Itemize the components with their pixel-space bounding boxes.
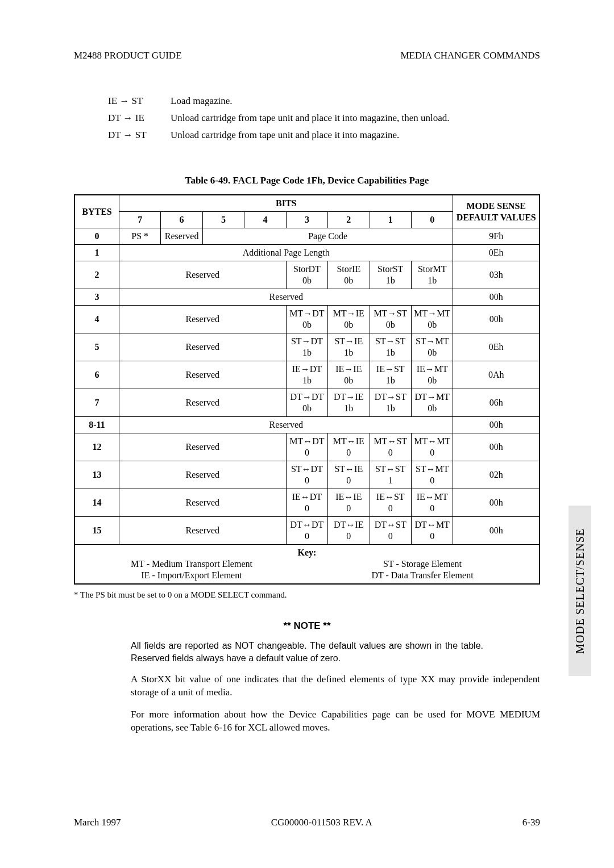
table-row: 7 Reserved DT→DT0b DT→IE1b DT→ST1b DT→MT… — [74, 389, 540, 417]
cell-reserved: Reserved — [119, 261, 286, 289]
byte-index: 5 — [74, 333, 119, 361]
byte-index: 14 — [74, 489, 119, 517]
table-row-key: Key: MT - Medium Transport Element IE - … — [74, 545, 540, 585]
cell: IE→IE0b — [328, 361, 370, 389]
cell: IE→ST1b — [370, 361, 411, 389]
key-st: ST - Storage Element — [307, 558, 538, 570]
table-row: 15 Reserved DT↔DT0 DT↔IE0 DT↔ST0 DT↔MT0 … — [74, 517, 540, 545]
cell: ST→ST1b — [370, 333, 411, 361]
cell: IE↔MT0 — [411, 489, 453, 517]
cell: MT→IE0b — [328, 306, 370, 333]
note-body: All fields are reported as NOT changeabl… — [131, 640, 483, 664]
note-heading: ** NOTE ** — [74, 620, 540, 632]
cell-default: 00h — [453, 517, 540, 545]
cell: DT→ST1b — [370, 389, 411, 417]
cell-reserved: Reserved — [119, 361, 286, 389]
bit-col-3: 3 — [286, 212, 327, 228]
key-label: Key: — [298, 548, 317, 557]
cell-reserved: Reserved — [119, 517, 286, 545]
cell: MT→MT0b — [411, 306, 453, 333]
cell: StorMT1b — [411, 261, 453, 289]
def-row: DT → ST Unload cartridge from tape unit … — [108, 130, 540, 141]
cell: MT→ST0b — [370, 306, 411, 333]
byte-index: 8-11 — [74, 417, 119, 433]
cell: DT↔DT0 — [286, 517, 327, 545]
cell-ps: PS * — [119, 228, 160, 245]
cell: DT→DT0b — [286, 389, 327, 417]
bit-col-5: 5 — [202, 212, 244, 228]
cell: ST→MT0b — [411, 333, 453, 361]
bit-col-0: 0 — [411, 212, 453, 228]
def-row: IE → ST Load magazine. — [108, 95, 540, 107]
table-row: 6 Reserved IE→DT1b IE→IE0b IE→ST1b IE→MT… — [74, 361, 540, 389]
cell-default: 00h — [453, 289, 540, 306]
cell: DT↔MT0 — [411, 517, 453, 545]
cell-reserved: Reserved — [119, 306, 286, 333]
cell: IE→MT0b — [411, 361, 453, 389]
bit-col-2: 2 — [328, 212, 370, 228]
byte-index: 3 — [74, 289, 119, 306]
cell-reserved: Reserved — [119, 333, 286, 361]
byte-index: 6 — [74, 361, 119, 389]
def-desc: Unload cartridge from tape unit and plac… — [171, 112, 449, 124]
cell: ST↔MT0 — [411, 461, 453, 489]
cell: ST→DT1b — [286, 333, 327, 361]
table-row: 14 Reserved IE↔DT0 IE↔IE0 IE↔ST0 IE↔MT0 … — [74, 489, 540, 517]
table-row: 3 Reserved 00h — [74, 289, 540, 306]
cell: MT↔DT0 — [286, 433, 327, 461]
cell-default: 9Fh — [453, 228, 540, 245]
table-row: 1 Additional Page Length 0Eh — [74, 245, 540, 261]
cell: MT→DT0b — [286, 306, 327, 333]
cell-default: 00h — [453, 417, 540, 433]
byte-index: 7 — [74, 389, 119, 417]
table-row: 5 Reserved ST→DT1b ST→IE1b ST→ST1b ST→MT… — [74, 333, 540, 361]
footnote: * The PS bit must be set to 0 on a MODE … — [74, 590, 540, 600]
cell-reserved: Reserved — [119, 417, 453, 433]
cell: StorDT0b — [286, 261, 327, 289]
cell: MT↔IE0 — [328, 433, 370, 461]
key-mt: MT - Medium Transport Element — [76, 558, 307, 570]
page-footer: March 1997 CG00000-011503 REV. A 6-39 — [74, 817, 540, 828]
table-row: 4 Reserved MT→DT0b MT→IE0b MT→ST0b MT→MT… — [74, 306, 540, 333]
cell: StorIE0b — [328, 261, 370, 289]
cell: DT→MT0b — [411, 389, 453, 417]
cell: ST→IE1b — [328, 333, 370, 361]
bits-header: BITS — [119, 195, 453, 212]
bit-col-1: 1 — [370, 212, 411, 228]
cell: ST↔DT0 — [286, 461, 327, 489]
cell-apl: Additional Page Length — [119, 245, 453, 261]
paragraph: A StorXX bit value of one indicates that… — [131, 673, 540, 699]
cell-reserved: Reserved — [119, 289, 453, 306]
byte-index: 0 — [74, 228, 119, 245]
cell: DT↔IE0 — [328, 517, 370, 545]
header-left: M2488 PRODUCT GUIDE — [74, 50, 182, 61]
byte-index: 2 — [74, 261, 119, 289]
bit-col-7: 7 — [119, 212, 160, 228]
cell-reserved: Reserved — [119, 389, 286, 417]
cell-default: 06h — [453, 389, 540, 417]
byte-index: 4 — [74, 306, 119, 333]
facl-table: BYTES BITS MODE SENSE DEFAULT VALUES 7 6… — [74, 194, 540, 585]
footer-right: 6-39 — [522, 817, 540, 828]
bytes-header: BYTES — [74, 195, 119, 228]
cell: MT↔ST0 — [370, 433, 411, 461]
cell-default: 00h — [453, 433, 540, 461]
cell: MT↔MT0 — [411, 433, 453, 461]
cell: IE↔IE0 — [328, 489, 370, 517]
byte-index: 12 — [74, 433, 119, 461]
cell-default: 0Eh — [453, 245, 540, 261]
cell: IE→DT1b — [286, 361, 327, 389]
page-header: M2488 PRODUCT GUIDE MEDIA CHANGER COMMAN… — [74, 50, 540, 61]
table-caption: Table 6-49. FACL Page Code 1Fh, Device C… — [74, 175, 540, 186]
def-term: IE → ST — [108, 95, 171, 107]
cell-default: 0Eh — [453, 333, 540, 361]
def-term: DT → IE — [108, 112, 171, 124]
paragraph: For more information about how the Devic… — [131, 708, 540, 735]
key-ie: IE - Import/Export Element — [76, 570, 307, 581]
cell-reserved: Reserved — [119, 489, 286, 517]
def-term: DT → ST — [108, 130, 171, 141]
def-row: DT → IE Unload cartridge from tape unit … — [108, 112, 540, 124]
footer-left: March 1997 — [74, 817, 121, 828]
table-row: 13 Reserved ST↔DT0 ST↔IE0 ST↔ST1 ST↔MT0 … — [74, 461, 540, 489]
byte-index: 15 — [74, 517, 119, 545]
